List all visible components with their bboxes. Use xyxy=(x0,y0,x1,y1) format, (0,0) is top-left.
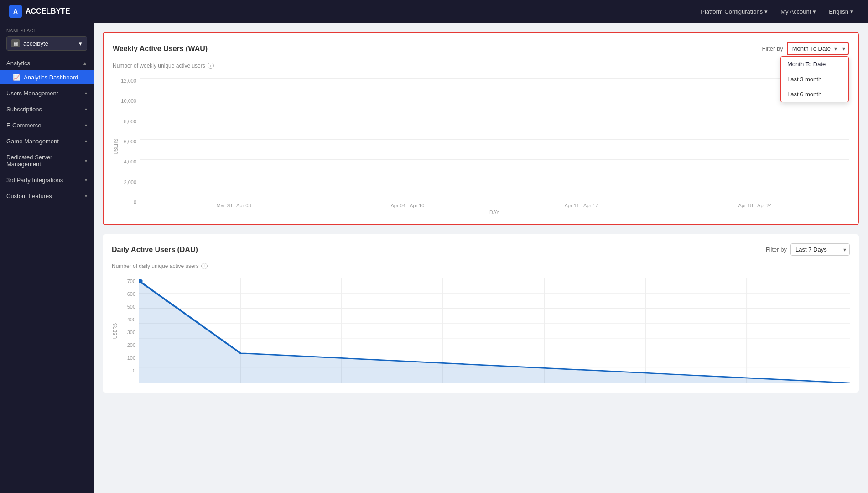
y-label-4000: 4,000 xyxy=(124,159,136,164)
wau-filter-chevron: ▾ xyxy=(834,46,837,52)
wau-chart-card: Weekly Active Users (WAU) Filter by Mont… xyxy=(103,32,859,225)
account-chevron: ▾ xyxy=(813,8,816,15)
wau-option-month-to-date[interactable]: Month To Date xyxy=(781,57,848,72)
language-chevron: ▾ xyxy=(850,8,853,15)
users-management-chevron: ▾ xyxy=(85,91,87,96)
sidebar-section-subscriptions: Subscriptions ▾ xyxy=(0,102,94,116)
y-label-8000: 8,000 xyxy=(124,119,136,124)
app-logo: A ACCELBYTE xyxy=(9,5,70,18)
namespace-value: accelbyte xyxy=(23,40,48,47)
namespace-selector-inner: ▦ accelbyte xyxy=(11,39,48,47)
dau-info-icon[interactable]: i xyxy=(201,263,208,269)
subscriptions-label: Subscriptions xyxy=(6,106,42,113)
namespace-icon: ▦ xyxy=(11,39,20,47)
dau-filter-wrapper: Last 7 Days Last 14 Days Last 30 Days xyxy=(790,243,850,256)
x-label-3: Apr 11 - Apr 17 xyxy=(497,203,666,208)
x-label-4: Apr 18 - Apr 24 xyxy=(670,203,840,208)
wau-chart-area: Mar 28 - Apr 03 Apr 04 - Apr 10 Apr 11 -… xyxy=(140,78,849,215)
namespace-section: NAMESPACE ▦ accelbyte ▾ xyxy=(0,23,94,54)
top-nav-right: Platform Configurations ▾ My Account ▾ E… xyxy=(695,5,859,18)
ecommerce-chevron: ▾ xyxy=(85,123,87,128)
x-label-2: Apr 04 - Apr 10 xyxy=(323,203,492,208)
analytics-label: Analytics xyxy=(6,60,30,67)
platform-config-chevron: ▾ xyxy=(764,8,768,15)
y-label-0: 0 xyxy=(134,199,136,205)
wau-filter-select[interactable]: Month To Date ▾ xyxy=(787,42,849,55)
y-label-10000: 10,000 xyxy=(121,98,136,104)
wau-y-axis: USERS 12,000 10,000 8,000 6,000 4,000 2,… xyxy=(113,78,140,215)
wau-chart-title: Weekly Active Users (WAU) xyxy=(113,45,208,53)
subscriptions-chevron: ▾ xyxy=(85,107,87,112)
platform-config-label: Platform Configurations xyxy=(701,8,763,15)
dau-chart-title: Daily Active Users (DAU) xyxy=(112,246,198,254)
dau-chart-subtitle: Number of daily unique active users i xyxy=(112,263,850,269)
bars-container xyxy=(140,78,849,200)
sidebar-item-analytics[interactable]: Analytics ▲ xyxy=(0,56,94,70)
dau-y-label-300: 300 xyxy=(127,330,135,335)
wau-subtitle-text: Number of weekly unique active users xyxy=(113,63,205,69)
top-navigation: A ACCELBYTE Platform Configurations ▾ My… xyxy=(0,0,868,23)
app-name: ACCELBYTE xyxy=(26,7,70,16)
dau-chart-header: Daily Active Users (DAU) Filter by Last … xyxy=(112,243,850,256)
dau-y-label-700: 700 xyxy=(127,278,135,284)
dau-filter-row: Filter by Last 7 Days Last 14 Days Last … xyxy=(766,243,850,256)
3rd-party-label: 3rd Party Integrations xyxy=(6,177,63,184)
namespace-chevron: ▾ xyxy=(79,40,82,47)
analytics-dashboard-label: Analytics Dashboard xyxy=(24,74,78,81)
dau-chart-area xyxy=(139,278,850,383)
analytics-dashboard-icon: 📈 xyxy=(13,74,20,81)
dau-y-label-400: 400 xyxy=(127,317,135,322)
platform-config-menu[interactable]: Platform Configurations ▾ xyxy=(695,5,773,18)
sidebar-item-3rd-party[interactable]: 3rd Party Integrations ▾ xyxy=(0,173,94,187)
wau-filter-label: Filter by xyxy=(762,45,783,52)
language-menu[interactable]: English ▾ xyxy=(823,5,859,18)
wau-filter-wrapper: Month To Date ▾ Month To Date Last 3 mon… xyxy=(787,42,849,55)
namespace-selector[interactable]: ▦ accelbyte ▾ xyxy=(6,36,87,51)
dau-subtitle-text: Number of daily unique active users xyxy=(112,263,199,269)
sidebar-item-analytics-dashboard[interactable]: 📈 Analytics Dashboard xyxy=(0,70,94,84)
wau-option-last-6-month[interactable]: Last 6 month xyxy=(781,87,848,102)
wau-filter-selected: Month To Date xyxy=(792,45,831,52)
dau-chart-card: Daily Active Users (DAU) Filter by Last … xyxy=(103,234,859,393)
dau-y-label-100: 100 xyxy=(127,355,135,361)
sidebar-section-users: Users Management ▾ xyxy=(0,86,94,100)
wau-chart-subtitle: Number of weekly unique active users i xyxy=(113,63,849,69)
logo-icon: A xyxy=(9,5,22,18)
sidebar-section-analytics: Analytics ▲ 📈 Analytics Dashboard xyxy=(0,56,94,84)
x-label-1: Mar 28 - Apr 03 xyxy=(149,203,318,208)
sidebar: NAMESPACE ▦ accelbyte ▾ Analytics ▲ 📈 An… xyxy=(0,23,94,493)
dau-filter-label: Filter by xyxy=(766,246,787,253)
y-label-6000: 6,000 xyxy=(124,139,136,144)
wau-x-labels: Mar 28 - Apr 03 Apr 04 - Apr 10 Apr 11 -… xyxy=(140,200,849,208)
ecommerce-label: E-Commerce xyxy=(6,122,42,129)
custom-features-label: Custom Features xyxy=(6,193,52,199)
svg-marker-12 xyxy=(139,281,850,383)
sidebar-item-subscriptions[interactable]: Subscriptions ▾ xyxy=(0,102,94,116)
sidebar-section-dedicated-server: Dedicated Server Management ▾ xyxy=(0,150,94,171)
sidebar-item-users-management[interactable]: Users Management ▾ xyxy=(0,86,94,100)
wau-info-icon[interactable]: i xyxy=(208,63,214,69)
language-label: English xyxy=(829,8,848,15)
game-management-label: Game Management xyxy=(6,138,59,145)
main-layout: NAMESPACE ▦ accelbyte ▾ Analytics ▲ 📈 An… xyxy=(0,23,868,493)
y-label-2000: 2,000 xyxy=(124,179,136,185)
custom-features-chevron: ▾ xyxy=(85,194,87,199)
dau-filter-select[interactable]: Last 7 Days Last 14 Days Last 30 Days xyxy=(790,243,850,256)
wau-bar-chart: USERS 12,000 10,000 8,000 6,000 4,000 2,… xyxy=(113,78,849,215)
wau-dropdown-menu: Month To Date Last 3 month Last 6 month xyxy=(780,56,849,102)
sidebar-item-custom-features[interactable]: Custom Features ▾ xyxy=(0,189,94,203)
y-label-12000: 12,000 xyxy=(121,78,136,84)
wau-option-last-3-month[interactable]: Last 3 month xyxy=(781,72,848,87)
sidebar-item-ecommerce[interactable]: E-Commerce ▾ xyxy=(0,118,94,132)
analytics-chevron: ▲ xyxy=(83,61,87,66)
account-menu[interactable]: My Account ▾ xyxy=(775,5,821,18)
namespace-label: NAMESPACE xyxy=(6,28,87,33)
3rd-party-chevron: ▾ xyxy=(85,178,87,183)
dau-y-label-200: 200 xyxy=(127,342,135,348)
sidebar-item-dedicated-server[interactable]: Dedicated Server Management ▾ xyxy=(0,150,94,171)
dau-y-label-500: 500 xyxy=(127,304,135,309)
sidebar-item-game-management[interactable]: Game Management ▾ xyxy=(0,134,94,148)
dedicated-server-chevron: ▾ xyxy=(85,158,87,163)
dau-svg xyxy=(139,278,850,383)
sidebar-section-game-management: Game Management ▾ xyxy=(0,134,94,148)
